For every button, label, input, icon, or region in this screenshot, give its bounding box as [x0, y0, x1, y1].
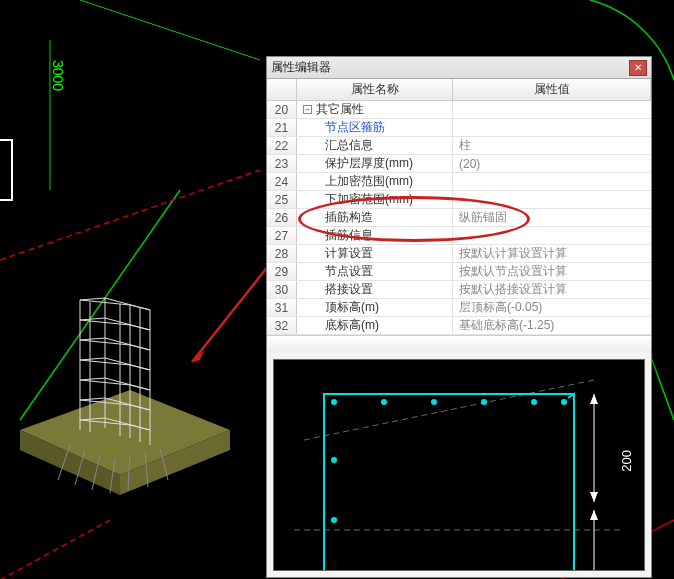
svg-line-3 [0, 170, 260, 260]
svg-point-33 [531, 399, 537, 405]
close-button[interactable]: ✕ [629, 60, 647, 76]
svg-point-31 [431, 399, 437, 405]
header-name: 属性名称 [297, 79, 453, 100]
svg-line-26 [304, 380, 594, 440]
property-row[interactable]: 30搭接设置按默认搭接设置计算 [267, 281, 651, 299]
property-editor-dialog: 属性编辑器 ✕ 属性名称 属性值 20−其它属性21节点区箍筋22汇总信息柱23… [266, 56, 652, 578]
property-name: 汇总信息 [297, 137, 453, 154]
property-name: 节点设置 [297, 263, 453, 280]
svg-point-30 [381, 399, 387, 405]
property-value[interactable]: 纵筋锚固 [453, 209, 651, 226]
collapse-icon[interactable]: − [303, 105, 312, 114]
property-row[interactable]: 32底标高(m)基础底标高(-1.25) [267, 317, 651, 335]
property-name: 插筋信息 [297, 227, 453, 244]
row-number: 21 [267, 119, 297, 136]
row-number: 28 [267, 245, 297, 262]
property-row[interactable]: 27插筋信息 [267, 227, 651, 245]
property-row[interactable]: 31顶标高(m)层顶标高(-0.05) [267, 299, 651, 317]
property-name: −其它属性 [297, 101, 453, 118]
svg-rect-28 [324, 394, 574, 570]
property-name: 顶标高(m) [297, 299, 453, 316]
property-name: 保护层厚度(mm) [297, 155, 453, 172]
property-row[interactable]: 28计算设置按默认计算设置计算 [267, 245, 651, 263]
row-number: 23 [267, 155, 297, 172]
property-name: 计算设置 [297, 245, 453, 262]
svg-point-34 [561, 399, 567, 405]
property-value[interactable] [453, 119, 651, 136]
row-number: 30 [267, 281, 297, 298]
dialog-titlebar[interactable]: 属性编辑器 ✕ [267, 57, 651, 79]
property-name: 搭接设置 [297, 281, 453, 298]
property-value[interactable]: 按默认搭接设置计算 [453, 281, 651, 298]
property-name: 下加密范围(mm) [297, 191, 453, 208]
svg-point-29 [331, 399, 337, 405]
row-number: 22 [267, 137, 297, 154]
row-number: 26 [267, 209, 297, 226]
svg-marker-41 [590, 510, 598, 520]
close-icon: ✕ [634, 62, 642, 73]
property-row[interactable]: 23保护层厚度(mm)(20) [267, 155, 651, 173]
property-value[interactable]: 柱 [453, 137, 651, 154]
property-name: 底标高(m) [297, 317, 453, 334]
svg-marker-38 [590, 394, 598, 404]
property-value[interactable]: (20) [453, 155, 651, 172]
property-value[interactable] [453, 227, 651, 244]
grid-header: 属性名称 属性值 [267, 79, 651, 101]
property-row[interactable]: 26插筋构造纵筋锚固 [267, 209, 651, 227]
property-value[interactable]: 按默认计算设置计算 [453, 245, 651, 262]
property-grid[interactable]: 20−其它属性21节点区箍筋22汇总信息柱23保护层厚度(mm)(20)24上加… [267, 101, 651, 335]
dialog-title: 属性编辑器 [271, 59, 629, 76]
model-3d [0, 280, 260, 540]
row-number: 31 [267, 299, 297, 316]
property-row[interactable]: 25下加密范围(mm) [267, 191, 651, 209]
property-value[interactable]: 层顶标高(-0.05) [453, 299, 651, 316]
property-value[interactable] [453, 173, 651, 190]
svg-line-2 [80, 0, 260, 60]
property-row[interactable]: 24上加密范围(mm) [267, 173, 651, 191]
svg-point-35 [331, 457, 337, 463]
dimension-label: 3000 [50, 60, 66, 91]
row-number: 25 [267, 191, 297, 208]
section-preview[interactable]: 200 [273, 359, 645, 571]
svg-marker-39 [590, 492, 598, 502]
row-number: 32 [267, 317, 297, 334]
property-value[interactable] [453, 101, 651, 118]
property-value[interactable]: 基础底标高(-1.25) [453, 317, 651, 334]
header-rownum [267, 79, 297, 100]
property-name: 上加密范围(mm) [297, 173, 453, 190]
property-name: 插筋构造 [297, 209, 453, 226]
property-value[interactable]: 按默认节点设置计算 [453, 263, 651, 280]
svg-point-36 [331, 517, 337, 523]
property-name: 节点区箍筋 [297, 119, 453, 136]
property-row[interactable]: 29节点设置按默认节点设置计算 [267, 263, 651, 281]
property-row[interactable]: 20−其它属性 [267, 101, 651, 119]
property-row[interactable]: 22汇总信息柱 [267, 137, 651, 155]
row-number: 24 [267, 173, 297, 190]
row-number: 27 [267, 227, 297, 244]
preview-dimension: 200 [619, 450, 634, 472]
svg-point-32 [481, 399, 487, 405]
row-number: 29 [267, 263, 297, 280]
header-value: 属性值 [453, 79, 651, 100]
property-row[interactable]: 21节点区箍筋 [267, 119, 651, 137]
grid-footer [267, 335, 651, 353]
property-value[interactable] [453, 191, 651, 208]
row-number: 20 [267, 101, 297, 118]
